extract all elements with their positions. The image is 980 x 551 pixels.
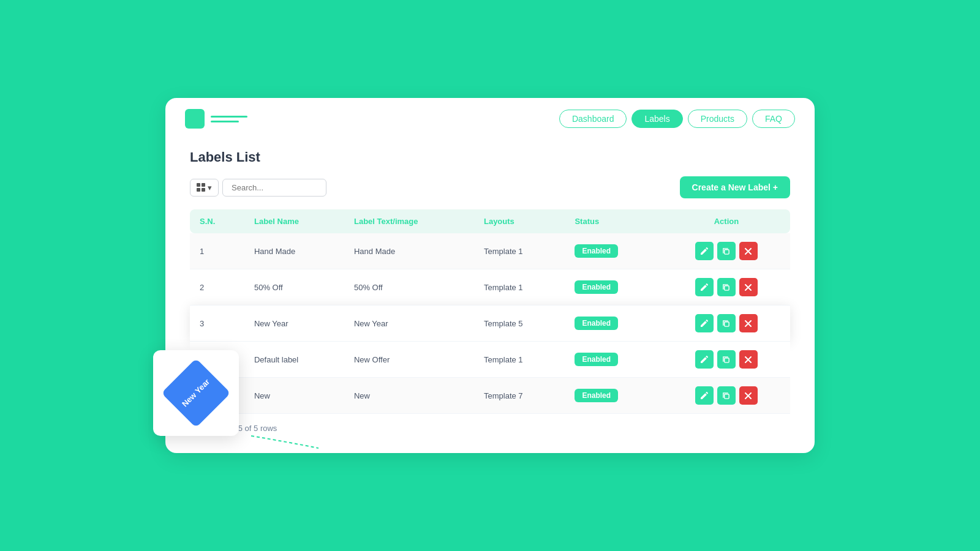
- svg-rect-3: [725, 285, 729, 290]
- cell-layout: Template 1: [474, 233, 565, 269]
- copy-button[interactable]: [717, 278, 736, 296]
- edit-button[interactable]: [695, 242, 714, 260]
- col-label-text: Label Text/image: [344, 209, 474, 233]
- svg-rect-12: [725, 394, 729, 398]
- nav-faq[interactable]: FAQ: [752, 110, 795, 128]
- action-buttons: [673, 350, 780, 369]
- edit-button[interactable]: [695, 278, 714, 296]
- footer-text: Showing 1 to 5 of 5 rows: [190, 424, 790, 433]
- nav-links: Dashboard Labels Products FAQ: [559, 110, 795, 128]
- table-row: 3 New Year New Year Template 5 Enabled: [190, 305, 790, 342]
- copy-button[interactable]: [717, 242, 736, 260]
- cell-label-text: 50% Off: [344, 269, 474, 305]
- label-preview-popup: New Year: [153, 350, 239, 436]
- cell-label-name: Default label: [244, 342, 344, 378]
- logo-line-2: [211, 121, 239, 122]
- copy-button[interactable]: [717, 386, 736, 405]
- status-badge: Enabled: [575, 317, 618, 330]
- cell-status: Enabled: [565, 233, 662, 269]
- action-buttons: [673, 242, 780, 260]
- grid-icon: [197, 183, 205, 192]
- cell-label-name: Hand Made: [244, 233, 344, 269]
- table-row: 2 50% Off 50% Off Template 1 Enabled: [190, 269, 790, 305]
- nav-dashboard[interactable]: Dashboard: [559, 110, 627, 128]
- cell-status: Enabled: [565, 269, 662, 305]
- delete-button[interactable]: [739, 278, 758, 296]
- col-sn: S.N.: [190, 209, 244, 233]
- toolbar-left: ▾: [190, 179, 326, 197]
- dotted-connector: [251, 436, 325, 467]
- cell-sn: 3: [190, 305, 244, 342]
- cell-sn: 1: [190, 233, 244, 269]
- dropdown-arrow-icon: ▾: [208, 183, 212, 192]
- delete-button[interactable]: [739, 314, 758, 332]
- copy-button[interactable]: [717, 350, 736, 369]
- cell-action: [663, 305, 790, 342]
- cell-status: Enabled: [565, 305, 662, 342]
- table-row: 5 New New Template 7 Enabled: [190, 378, 790, 414]
- cell-sn: 2: [190, 269, 244, 305]
- nav-products[interactable]: Products: [688, 110, 747, 128]
- toolbar: ▾ Create a New Label +: [190, 176, 790, 198]
- label-badge: New Year: [165, 362, 227, 424]
- cell-layout: Template 1: [474, 269, 565, 305]
- cell-label-text: New: [344, 378, 474, 414]
- nav-labels[interactable]: Labels: [631, 110, 682, 128]
- grid-view-button[interactable]: ▾: [190, 179, 219, 197]
- table-header-row: S.N. Label Name Label Text/image Layouts…: [190, 209, 790, 233]
- edit-button[interactable]: [695, 386, 714, 405]
- svg-rect-0: [725, 249, 729, 253]
- cell-layout: Template 7: [474, 378, 565, 414]
- logo-area: [185, 109, 559, 129]
- action-buttons: [673, 314, 780, 332]
- table-row: 4 Default label New Offer Template 1 Ena…: [190, 342, 790, 378]
- col-label-name: Label Name: [244, 209, 344, 233]
- status-badge: Enabled: [575, 280, 618, 294]
- cell-action: [663, 378, 790, 414]
- page-title: Labels List: [190, 149, 790, 165]
- logo-lines: [211, 116, 247, 122]
- search-input[interactable]: [222, 179, 326, 197]
- logo-icon: [185, 109, 205, 129]
- delete-button[interactable]: [739, 242, 758, 260]
- action-buttons: [673, 386, 780, 405]
- cell-label-name: New Year: [244, 305, 344, 342]
- delete-button[interactable]: [739, 386, 758, 405]
- main-card: Dashboard Labels Products FAQ Labels Lis…: [165, 98, 815, 453]
- cell-label-text: New Offer: [344, 342, 474, 378]
- table-row: 1 Hand Made Hand Made Template 1 Enabled: [190, 233, 790, 269]
- status-badge: Enabled: [575, 389, 618, 402]
- cell-layout: Template 5: [474, 305, 565, 342]
- cell-label-text: New Year: [344, 305, 474, 342]
- col-status: Status: [565, 209, 662, 233]
- labels-table: S.N. Label Name Label Text/image Layouts…: [190, 209, 790, 414]
- copy-button[interactable]: [717, 314, 736, 332]
- cell-label-text: Hand Made: [344, 233, 474, 269]
- cell-status: Enabled: [565, 378, 662, 414]
- svg-rect-6: [725, 321, 729, 326]
- col-action: Action: [663, 209, 790, 233]
- nav-bar: Dashboard Labels Products FAQ: [165, 98, 815, 135]
- cell-action: [663, 233, 790, 269]
- delete-button[interactable]: [739, 350, 758, 369]
- status-badge: Enabled: [575, 353, 618, 366]
- action-buttons: [673, 278, 780, 296]
- cell-status: Enabled: [565, 342, 662, 378]
- svg-rect-9: [725, 358, 729, 362]
- edit-button[interactable]: [695, 314, 714, 332]
- create-label-button[interactable]: Create a New Label +: [680, 176, 790, 198]
- col-layouts: Layouts: [474, 209, 565, 233]
- cell-label-name: 50% Off: [244, 269, 344, 305]
- cell-action: [663, 269, 790, 305]
- content-area: Labels List ▾ Create a New Label + S.N.: [165, 135, 815, 451]
- edit-button[interactable]: [695, 350, 714, 369]
- logo-line-1: [211, 116, 247, 118]
- cell-label-name: New: [244, 378, 344, 414]
- cell-layout: Template 1: [474, 342, 565, 378]
- status-badge: Enabled: [575, 244, 618, 258]
- cell-action: [663, 342, 790, 378]
